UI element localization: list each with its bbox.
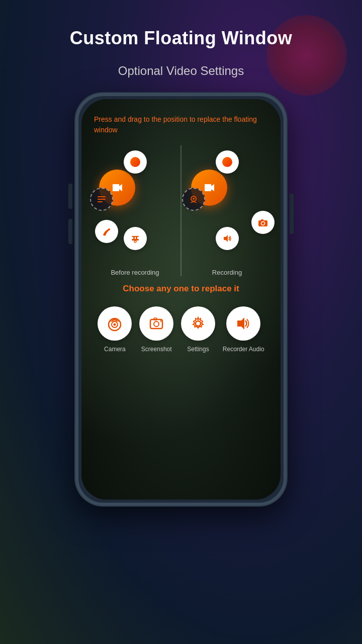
svg-point-27 — [196, 321, 201, 326]
list-icon-before — [96, 194, 107, 205]
page-subtitle: Optional Video Settings — [118, 64, 244, 78]
svg-marker-1 — [119, 184, 122, 191]
sound-button-recording[interactable] — [216, 227, 239, 250]
bottom-icon-settings[interactable]: Settings — [181, 306, 215, 353]
before-recording-cluster — [85, 145, 186, 264]
bottom-icon-recorder-audio-circle[interactable] — [226, 306, 260, 341]
bottom-screenshot-label: Screenshot — [141, 346, 172, 353]
bottom-camera-icon — [106, 314, 124, 333]
before-recording-label: Before recording — [111, 269, 159, 276]
svg-rect-4 — [98, 201, 103, 202]
svg-marker-0 — [113, 184, 119, 191]
bottom-settings-label: Settings — [187, 346, 209, 353]
svg-rect-8 — [136, 237, 137, 239]
bottom-recorder-audio-label: Recorder Audio — [223, 346, 264, 353]
phone-side-button-1 — [68, 184, 72, 209]
webcam-button-recording[interactable] — [182, 188, 205, 211]
svg-rect-9 — [132, 236, 139, 237]
bottom-screenshot-icon — [147, 314, 165, 333]
tools-button-before[interactable] — [124, 227, 147, 250]
bottom-recorder-audio-icon — [234, 314, 252, 333]
svg-marker-12 — [211, 184, 214, 191]
svg-rect-3 — [98, 199, 106, 200]
recording-label: Recording — [212, 269, 242, 276]
screen-content: Press and drag to the position to replac… — [81, 99, 281, 500]
bottom-icon-screenshot[interactable]: Screenshot — [139, 306, 173, 353]
recording-cluster — [177, 145, 278, 264]
video-camera-icon-recording — [202, 181, 216, 195]
camera-icon-recording — [257, 217, 268, 228]
record-dot-icon-before — [130, 157, 140, 167]
bottom-icon-screenshot-circle[interactable] — [139, 306, 173, 341]
page-content: Custom Floating Window Optional Video Se… — [0, 0, 362, 644]
brush-button-before[interactable] — [95, 220, 118, 243]
svg-point-24 — [154, 321, 159, 327]
webcam-icon-recording — [188, 194, 199, 205]
floating-controls-area: Before recording — [89, 145, 273, 276]
phone-side-button-3 — [290, 194, 294, 234]
svg-marker-28 — [237, 317, 244, 330]
bottom-icon-recorder-audio[interactable]: Recorder Audio — [223, 306, 264, 353]
sound-icon-recording — [222, 233, 233, 244]
svg-point-5 — [108, 228, 110, 230]
bottom-camera-label: Camera — [104, 346, 126, 353]
video-camera-icon-before — [110, 181, 124, 195]
bottom-icon-camera[interactable]: Camera — [98, 306, 132, 353]
camera-button-recording[interactable] — [251, 211, 275, 234]
before-recording-group: Before recording — [91, 145, 179, 276]
choose-text: Choose any one to replace it — [123, 284, 239, 294]
svg-rect-7 — [133, 237, 135, 239]
recording-group: Recording — [183, 145, 272, 276]
phone-screen: Press and drag to the position to replac… — [81, 99, 281, 500]
phone-mockup: Press and drag to the position to replac… — [75, 93, 287, 506]
svg-rect-17 — [261, 219, 263, 221]
record-button-recording[interactable] — [216, 150, 239, 174]
record-button-before[interactable] — [124, 150, 147, 174]
bottom-settings-icon — [189, 314, 207, 333]
press-drag-instruction: Press and drag to the position to replac… — [89, 114, 273, 135]
svg-marker-11 — [205, 184, 211, 191]
bottom-icon-settings-circle[interactable] — [181, 306, 215, 341]
list-button-before[interactable] — [90, 188, 113, 211]
svg-point-26 — [160, 320, 162, 322]
page-title: Custom Floating Window — [70, 28, 293, 49]
bottom-icons-row: Camera — [89, 306, 273, 353]
svg-point-10 — [134, 240, 136, 243]
brush-icon-before — [102, 226, 112, 236]
phone-frame: Press and drag to the position to replac… — [75, 93, 287, 506]
svg-marker-18 — [224, 235, 228, 242]
bottom-icon-camera-circle[interactable] — [98, 306, 132, 341]
svg-rect-2 — [98, 196, 106, 197]
tools-icon-before — [130, 233, 141, 244]
phone-side-button-2 — [68, 219, 72, 244]
record-dot-icon-recording — [222, 157, 232, 167]
svg-point-14 — [193, 198, 195, 200]
svg-point-21 — [114, 324, 116, 326]
